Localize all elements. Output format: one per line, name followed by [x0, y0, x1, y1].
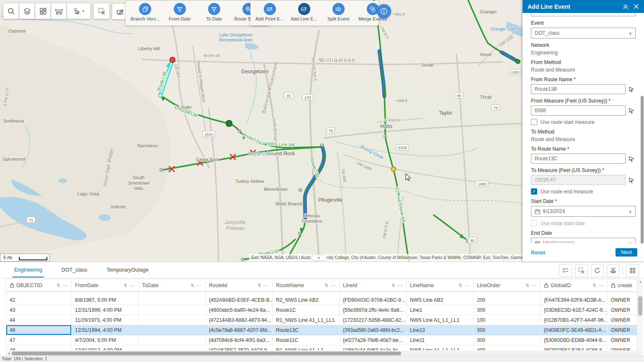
info-icon	[380, 8, 388, 15]
sort-icon[interactable]: ⇅	[258, 283, 261, 288]
info-button[interactable]	[377, 4, 391, 18]
pick-from-measure-button[interactable]	[627, 108, 636, 114]
map-scalebar: 5 mi	[0, 254, 50, 262]
table-header-row: OBJECTID⇅⋯ FromDate⇅⋯ ToDate⇅⋯ RouteId⇅⋯…	[6, 279, 643, 292]
panel-scrollbar-thumb[interactable]	[641, 96, 644, 244]
map-pick-arrow-icon	[629, 177, 635, 183]
scroll-left-arrow[interactable]: ◂	[6, 352, 12, 355]
tab-engineering[interactable]: Engineering	[13, 262, 44, 277]
scalebar-label: 5 mi	[3, 255, 12, 260]
end-date-input[interactable]: MM/DD/YYYY ∨	[531, 238, 636, 243]
attribution-collapse-button[interactable]: ∨	[311, 254, 326, 261]
label-turkey-hollow: Turkey Hollow	[235, 179, 264, 184]
column-menu-icon[interactable]: ⋯	[330, 282, 336, 288]
sort-icon[interactable]: ⇅	[325, 283, 328, 288]
sort-icon[interactable]: ⇅	[593, 283, 596, 288]
sort-icon[interactable]: ⇅	[191, 283, 194, 288]
event-select-value: DOT_class	[535, 30, 629, 36]
tab-dot-class[interactable]: DOT_class	[60, 262, 89, 277]
show-selected-records-button[interactable]	[559, 264, 572, 277]
tab-temporary-outage[interactable]: TemporaryOutage	[105, 262, 150, 277]
close-panel-button[interactable]	[634, 4, 639, 9]
clear-selection-button[interactable]	[94, 3, 109, 19]
sort-icon[interactable]: ⇅	[124, 283, 127, 288]
refresh-button[interactable]	[591, 264, 604, 277]
chevron-down-icon: ∨	[629, 209, 632, 214]
next-button[interactable]: Next	[616, 248, 637, 257]
pick-to-route-button[interactable]	[627, 156, 636, 162]
use-route-end-measure-checkbox[interactable]: ✓ Use route end measure	[531, 188, 636, 195]
from-measure-input[interactable]	[531, 105, 626, 116]
from-route-name-input[interactable]	[531, 84, 626, 94]
to-method-value: Route and Measure	[531, 136, 636, 142]
basemap-button[interactable]	[35, 3, 51, 19]
sort-icon[interactable]: ⇅	[392, 283, 395, 288]
panel-scrollbar[interactable]	[641, 15, 644, 253]
map-pick-arrow-icon	[629, 86, 635, 92]
column-menu-icon[interactable]: ⋯	[263, 282, 269, 288]
pick-to-measure-button[interactable]	[627, 177, 636, 183]
label-cedar-park: Cedar Park	[196, 157, 219, 162]
to-route-name-input[interactable]	[531, 154, 626, 164]
column-menu-icon[interactable]: ⋯	[397, 282, 403, 288]
add-point-event-button[interactable]: Add Point E...	[255, 3, 284, 21]
column-header-routename[interactable]: RouteName⇅⋯	[273, 279, 340, 292]
layers-button[interactable]	[19, 3, 35, 19]
horizontal-scrollbar-thumb[interactable]	[12, 352, 401, 355]
column-header-lineorder[interactable]: LineOrder⇅⋯	[474, 279, 541, 292]
from-date-button[interactable]: From Date	[165, 3, 194, 21]
column-header-routeid[interactable]: RouteId⇅⋯	[206, 279, 273, 292]
table-row[interactable]: 4411/29/1973, 4:00 PM{47214AB3-6882-4873…	[6, 315, 643, 325]
table-row[interactable]: 428/8/1987, 5:00 PM{452A9ABD-E0EF-4CEB-B…	[6, 295, 643, 305]
lrs-toolbar-group-2: Add Point E... Add Line E... Split Event…	[250, 1, 379, 26]
use-route-start-measure-checkbox[interactable]: Use route start measure	[531, 119, 636, 125]
sort-icon[interactable]: ⇅	[459, 283, 462, 288]
scroll-up-arrow[interactable]: ▴	[637, 279, 643, 285]
measure-button[interactable]	[51, 3, 67, 19]
close-icon	[634, 4, 639, 9]
collapse-panel-button[interactable]	[623, 4, 629, 10]
column-header-lineid[interactable]: LineId⇅⋯	[340, 279, 407, 292]
column-header-globalid[interactable]: GlobalID⇅⋯	[541, 279, 608, 292]
selected-records-icon	[562, 267, 569, 274]
checkbox-label: Use route start measure	[541, 119, 595, 125]
label-pflugerville: Pflugerville	[318, 197, 343, 203]
table-row-partial[interactable]: 4812/31/2012, 4:00 PM{4DAB2BE7-3570-44C9…	[6, 345, 643, 350]
table-options-button[interactable]	[626, 264, 639, 277]
column-menu-icon[interactable]: ⋯	[196, 282, 202, 288]
column-menu-icon[interactable]: ⋯	[531, 282, 537, 288]
column-header-objectid[interactable]: OBJECTID⇅⋯	[6, 279, 72, 292]
table-vertical-scrollbar[interactable]: ▴	[637, 279, 643, 351]
start-date-input[interactable]: 9/13/2024 ∨	[531, 206, 636, 217]
column-header-todate[interactable]: ToDate⇅⋯	[139, 279, 206, 292]
column-menu-icon[interactable]: ⋯	[62, 282, 68, 288]
branch-versions-button[interactable]: Branch Vers...	[131, 3, 160, 21]
lrs-toolbar-group-1: Branch Vers... From Date To Date Route S…	[126, 1, 269, 26]
search-button[interactable]	[3, 3, 19, 19]
sort-icon[interactable]: ⇅	[57, 283, 60, 288]
label-plateau: Plateau	[226, 226, 245, 231]
column-header-fromdate[interactable]: FromDate⇅⋯	[72, 279, 139, 292]
column-header-create[interactable]: create	[608, 279, 637, 292]
sort-icon[interactable]: ⇅	[526, 283, 529, 288]
table-row-selected[interactable]: 4612/31/1994, 4:00 PM{4c5e79a6-6687-4207…	[6, 325, 643, 335]
toggle-visibility-button[interactable]	[607, 264, 620, 277]
clear-table-selection-button[interactable]	[575, 264, 588, 277]
to-date-button[interactable]: To Date	[200, 3, 228, 21]
column-menu-icon[interactable]: ⋯	[464, 282, 470, 288]
add-line-event-button[interactable]: Add Line E...	[290, 3, 318, 21]
column-header-linename[interactable]: LineName⇅⋯	[407, 279, 474, 292]
from-method-value: Route and Measure	[531, 67, 636, 73]
panel-title: Add Line Event	[528, 3, 618, 10]
pick-from-route-button[interactable]	[627, 86, 636, 92]
event-select[interactable]: DOT_class ∨	[531, 28, 636, 39]
reset-button[interactable]: Reset	[531, 249, 545, 256]
column-menu-icon[interactable]: ⋯	[598, 282, 604, 288]
select-tool-button[interactable]: ▾	[67, 3, 90, 19]
split-event-button[interactable]: Split Event	[324, 3, 353, 21]
table-row[interactable]: 4312/31/1999, 4:00 PM{4600abc5-ba90-4e24…	[6, 305, 643, 315]
vertical-scrollbar-thumb[interactable]	[638, 296, 642, 316]
column-menu-icon[interactable]: ⋯	[129, 282, 135, 288]
label-oatmeal: Oatmeal	[8, 28, 26, 33]
table-row[interactable]: 474/7/2004, 5:00 PM{4d7084c8-6cf4-40f1-b…	[6, 335, 643, 345]
